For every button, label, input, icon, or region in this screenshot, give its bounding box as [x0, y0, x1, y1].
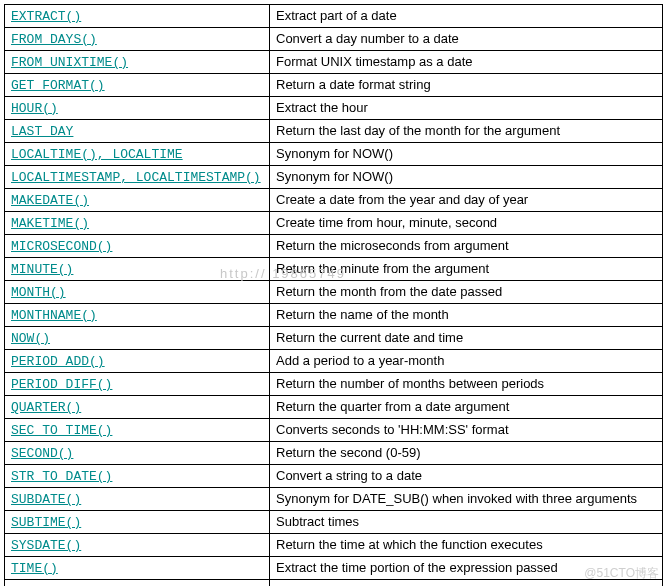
- function-link[interactable]: SECOND(): [11, 446, 73, 461]
- function-cell: MICROSECOND(): [5, 235, 270, 258]
- description-cell: Synonym for DATE_SUB() when invoked with…: [270, 488, 663, 511]
- function-link[interactable]: HOUR(): [11, 101, 58, 116]
- function-link[interactable]: PERIOD_ADD(): [11, 354, 105, 369]
- description-cell: Return the month from the date passed: [270, 281, 663, 304]
- table-row: MAKETIME()Create time from hour, minute,…: [5, 212, 663, 235]
- description-cell: Return the microseconds from argument: [270, 235, 663, 258]
- table-row: MONTH()Return the month from the date pa…: [5, 281, 663, 304]
- function-cell: QUARTER(): [5, 396, 270, 419]
- function-cell: GET_FORMAT(): [5, 74, 270, 97]
- function-link[interactable]: SYSDATE(): [11, 538, 81, 553]
- function-cell: STR_TO_DATE(): [5, 465, 270, 488]
- function-cell: LOCALTIME(), LOCALTIME: [5, 143, 270, 166]
- function-link[interactable]: LOCALTIME(), LOCALTIME: [11, 147, 183, 162]
- description-cell: Return a date format string: [270, 74, 663, 97]
- table-row: SUBDATE()Synonym for DATE_SUB() when inv…: [5, 488, 663, 511]
- description-cell: Return the last day of the month for the…: [270, 120, 663, 143]
- description-cell: Synonym for NOW(): [270, 143, 663, 166]
- table-row: NOW()Return the current date and time: [5, 327, 663, 350]
- function-cell: LOCALTIMESTAMP, LOCALTIMESTAMP(): [5, 166, 270, 189]
- description-cell: Create a date from the year and day of y…: [270, 189, 663, 212]
- table-row: MINUTE()Return the minute from the argum…: [5, 258, 663, 281]
- function-cell: PERIOD_DIFF(): [5, 373, 270, 396]
- function-cell: FROM_DAYS(): [5, 28, 270, 51]
- function-link[interactable]: FROM_UNIXTIME(): [11, 55, 128, 70]
- function-link[interactable]: MONTHNAME(): [11, 308, 97, 323]
- function-link[interactable]: MINUTE(): [11, 262, 73, 277]
- description-cell: Extract the hour: [270, 97, 663, 120]
- description-cell: Convert a day number to a date: [270, 28, 663, 51]
- table-row: TIME()Extract the time portion of the ex…: [5, 557, 663, 580]
- description-cell: Add a period to a year-month: [270, 350, 663, 373]
- description-cell: Return the current date and time: [270, 327, 663, 350]
- function-link[interactable]: SUBTIME(): [11, 515, 81, 530]
- description-cell: Format as time: [270, 580, 663, 587]
- table-row: TIME_FORMAT()Format as time: [5, 580, 663, 587]
- table-row: MAKEDATE()Create a date from the year an…: [5, 189, 663, 212]
- table-row: LOCALTIMESTAMP, LOCALTIMESTAMP()Synonym …: [5, 166, 663, 189]
- description-cell: Return the second (0-59): [270, 442, 663, 465]
- description-cell: Subtract times: [270, 511, 663, 534]
- table-row: SECOND()Return the second (0-59): [5, 442, 663, 465]
- function-link[interactable]: QUARTER(): [11, 400, 81, 415]
- function-link[interactable]: NOW(): [11, 331, 50, 346]
- table-row: SUBTIME()Subtract times: [5, 511, 663, 534]
- function-cell: MAKETIME(): [5, 212, 270, 235]
- function-link[interactable]: EXTRACT(): [11, 9, 81, 24]
- description-cell: Return the time at which the function ex…: [270, 534, 663, 557]
- function-cell: FROM_UNIXTIME(): [5, 51, 270, 74]
- functions-table: EXTRACT()Extract part of a dateFROM_DAYS…: [4, 4, 663, 586]
- function-link[interactable]: SUBDATE(): [11, 492, 81, 507]
- table-row: MICROSECOND()Return the microseconds fro…: [5, 235, 663, 258]
- description-cell: Return the number of months between peri…: [270, 373, 663, 396]
- table-row: SYSDATE()Return the time at which the fu…: [5, 534, 663, 557]
- table-row: SEC_TO_TIME()Converts seconds to 'HH:MM:…: [5, 419, 663, 442]
- table-row: GET_FORMAT()Return a date format string: [5, 74, 663, 97]
- function-link[interactable]: STR_TO_DATE(): [11, 469, 112, 484]
- table-row: MONTHNAME()Return the name of the month: [5, 304, 663, 327]
- table-row: FROM_DAYS()Convert a day number to a dat…: [5, 28, 663, 51]
- description-cell: Format UNIX timestamp as a date: [270, 51, 663, 74]
- description-cell: Return the quarter from a date argument: [270, 396, 663, 419]
- table-row: LOCALTIME(), LOCALTIMESynonym for NOW(): [5, 143, 663, 166]
- function-cell: SUBDATE(): [5, 488, 270, 511]
- table-row: QUARTER()Return the quarter from a date …: [5, 396, 663, 419]
- function-cell: LAST_DAY: [5, 120, 270, 143]
- function-link[interactable]: LAST_DAY: [11, 124, 73, 139]
- function-cell: SECOND(): [5, 442, 270, 465]
- function-link[interactable]: MICROSECOND(): [11, 239, 112, 254]
- function-cell: EXTRACT(): [5, 5, 270, 28]
- function-cell: SUBTIME(): [5, 511, 270, 534]
- function-link[interactable]: MAKEDATE(): [11, 193, 89, 208]
- function-link[interactable]: MAKETIME(): [11, 216, 89, 231]
- function-link[interactable]: TIME(): [11, 561, 58, 576]
- function-link[interactable]: GET_FORMAT(): [11, 78, 105, 93]
- function-cell: PERIOD_ADD(): [5, 350, 270, 373]
- function-cell: MONTHNAME(): [5, 304, 270, 327]
- description-cell: Extract the time portion of the expressi…: [270, 557, 663, 580]
- function-cell: SEC_TO_TIME(): [5, 419, 270, 442]
- function-cell: MONTH(): [5, 281, 270, 304]
- function-cell: MAKEDATE(): [5, 189, 270, 212]
- description-cell: Synonym for NOW(): [270, 166, 663, 189]
- table-row: PERIOD_ADD()Add a period to a year-month: [5, 350, 663, 373]
- function-link[interactable]: MONTH(): [11, 285, 66, 300]
- table-row: HOUR()Extract the hour: [5, 97, 663, 120]
- function-cell: TIME_FORMAT(): [5, 580, 270, 587]
- description-cell: Extract part of a date: [270, 5, 663, 28]
- function-link[interactable]: SEC_TO_TIME(): [11, 423, 112, 438]
- description-cell: Converts seconds to 'HH:MM:SS' format: [270, 419, 663, 442]
- description-cell: Convert a string to a date: [270, 465, 663, 488]
- function-link[interactable]: PERIOD_DIFF(): [11, 377, 112, 392]
- function-cell: MINUTE(): [5, 258, 270, 281]
- table-row: STR_TO_DATE()Convert a string to a date: [5, 465, 663, 488]
- function-link[interactable]: FROM_DAYS(): [11, 32, 97, 47]
- table-row: FROM_UNIXTIME()Format UNIX timestamp as …: [5, 51, 663, 74]
- function-cell: TIME(): [5, 557, 270, 580]
- function-cell: SYSDATE(): [5, 534, 270, 557]
- function-link[interactable]: LOCALTIMESTAMP, LOCALTIMESTAMP(): [11, 170, 261, 185]
- function-cell: NOW(): [5, 327, 270, 350]
- table-row: LAST_DAYReturn the last day of the month…: [5, 120, 663, 143]
- table-row: PERIOD_DIFF()Return the number of months…: [5, 373, 663, 396]
- table-row: EXTRACT()Extract part of a date: [5, 5, 663, 28]
